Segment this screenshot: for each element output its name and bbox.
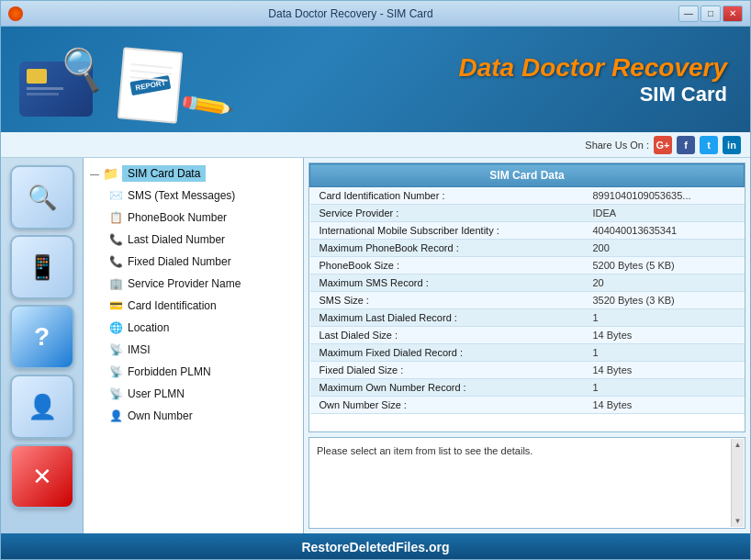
tree-item-sms[interactable]: ✉️ SMS (Text Messages) <box>106 185 298 207</box>
tree-item-user-plmn-label: User PLMN <box>128 387 185 400</box>
scroll-down-arrow[interactable]: ▼ <box>733 515 744 527</box>
tree-root[interactable]: — 📁 SIM Card Data <box>88 162 298 185</box>
table-row: Maximum Own Number Record :1 <box>310 379 745 397</box>
exit-action-button[interactable]: ✕ <box>10 444 74 509</box>
table-cell-field: Own Number Size : <box>310 397 584 414</box>
person-action-button[interactable]: 👤 <box>10 375 74 439</box>
table-cell-value: 200 <box>583 240 744 257</box>
table-cell-value: 8991040109053635... <box>583 187 744 205</box>
table-row: Fixed Dialed Size :14 Bytes <box>310 362 745 379</box>
table-row: SMS Size :3520 Bytes (3 KB) <box>310 292 745 309</box>
header-title-area: Data Doctor Recovery SIM Card <box>458 53 741 106</box>
title-bar-text: Data Doctor Recovery - SIM Card <box>23 7 678 20</box>
app-header: 🔍 REPORT ✏️ Data Doctor Recovery SIM Car… <box>1 27 750 132</box>
table-cell-value: 14 Bytes <box>583 397 744 414</box>
tree-item-service-provider[interactable]: 🏢 Service Provider Name <box>106 273 298 295</box>
right-panel: SIM Card Data Card Identification Number… <box>304 158 750 533</box>
tree-expand-icon[interactable]: — <box>90 169 99 179</box>
table-cell-value: 1 <box>583 309 744 327</box>
tree-item-user-plmn[interactable]: 📡 User PLMN <box>106 383 298 405</box>
app-title-main: Data Doctor Recovery <box>458 53 727 83</box>
table-cell-field: Maximum Own Number Record : <box>310 379 584 397</box>
table-cell-value: 1 <box>583 379 744 397</box>
tree-item-phonebook[interactable]: 📋 PhoneBook Number <box>106 207 298 229</box>
table-cell-field: Maximum Last Dialed Record : <box>310 309 584 327</box>
sms-icon: ✉️ <box>108 188 123 203</box>
table-cell-field: PhoneBook Size : <box>310 257 584 274</box>
table-row: Maximum PhoneBook Record :200 <box>310 240 745 257</box>
share-google-button[interactable]: G+ <box>654 136 672 154</box>
table-cell-value: 404040013635341 <box>583 222 744 240</box>
tree-item-imsi[interactable]: 📡 IMSI <box>106 339 298 361</box>
table-cell-value: IDEA <box>583 205 744 222</box>
window-controls: — □ ✕ <box>678 6 743 22</box>
tree-item-card-id-label: Card Identification <box>128 299 217 312</box>
app-title-sub: SIM Card <box>458 83 727 106</box>
table-row: Maximum SMS Record :20 <box>310 274 745 292</box>
table-row: Maximum Fixed Dialed Record :1 <box>310 344 745 362</box>
table-row: International Mobile Subscriber Identity… <box>310 222 745 240</box>
share-label: Share Us On : <box>585 140 649 151</box>
footer: RestoreDeletedFiles.org <box>1 533 750 560</box>
last-dialed-icon: 📞 <box>108 232 123 247</box>
table-cell-value: 14 Bytes <box>583 327 744 344</box>
table-cell-value: 1 <box>583 344 744 362</box>
left-sidebar: 🔍 📱 ? 👤 ✕ <box>1 158 84 533</box>
table-row: Service Provider :IDEA <box>310 205 745 222</box>
tree-item-own-number[interactable]: 👤 Own Number <box>106 405 298 427</box>
tree-item-forbidden-plmn[interactable]: 📡 Forbidden PLMN <box>106 361 298 383</box>
tree-item-sms-label: SMS (Text Messages) <box>128 189 235 202</box>
footer-text: RestoreDeletedFiles.org <box>301 540 449 554</box>
tree-item-forbidden-plmn-label: Forbidden PLMN <box>128 365 211 378</box>
table-header: SIM Card Data <box>310 164 745 187</box>
table-cell-field: Last Dialed Size : <box>310 327 584 344</box>
data-table: SIM Card Data Card Identification Number… <box>309 163 745 414</box>
table-row: Last Dialed Size :14 Bytes <box>310 327 745 344</box>
table-cell-field: Service Provider : <box>310 205 584 222</box>
phone-action-button[interactable]: 📱 <box>10 235 74 299</box>
tree-item-last-dialed-label: Last Dialed Number <box>128 233 225 246</box>
tree-item-location[interactable]: 🌐 Location <box>106 317 298 339</box>
tree-item-own-number-label: Own Number <box>128 409 193 422</box>
minimize-button[interactable]: — <box>678 6 699 22</box>
share-linkedin-button[interactable]: in <box>723 136 741 154</box>
share-facebook-button[interactable]: f <box>677 136 695 154</box>
location-icon: 🌐 <box>108 320 123 335</box>
close-button[interactable]: ✕ <box>723 6 743 22</box>
data-table-container: SIM Card Data Card Identification Number… <box>308 162 745 432</box>
table-row: Own Number Size :14 Bytes <box>310 397 745 414</box>
table-cell-field: Maximum SMS Record : <box>310 274 584 292</box>
share-twitter-button[interactable]: t <box>700 136 718 154</box>
tree-item-fixed-dialed[interactable]: 📞 Fixed Dialed Number <box>106 251 298 273</box>
own-number-icon: 👤 <box>108 409 123 423</box>
table-cell-field: International Mobile Subscriber Identity… <box>310 222 584 240</box>
maximize-button[interactable]: □ <box>701 6 721 22</box>
table-row: Card Identification Number :899104010905… <box>310 187 745 205</box>
table-cell-field: Maximum Fixed Dialed Record : <box>310 344 584 362</box>
table-row: Maximum Last Dialed Record :1 <box>310 309 745 327</box>
tree-item-fixed-dialed-label: Fixed Dialed Number <box>128 255 231 268</box>
tree-item-last-dialed[interactable]: 📞 Last Dialed Number <box>106 229 298 251</box>
table-cell-field: SMS Size : <box>310 292 584 309</box>
detail-text: Please select an item from list to see t… <box>317 445 532 456</box>
search-action-button[interactable]: 🔍 <box>10 165 74 230</box>
app-icon <box>8 6 23 21</box>
table-cell-field: Maximum PhoneBook Record : <box>310 240 584 257</box>
forbidden-plmn-icon: 📡 <box>108 364 123 379</box>
tree-item-card-id[interactable]: 💳 Card Identification <box>106 295 298 317</box>
table-cell-value: 14 Bytes <box>583 362 744 379</box>
main-content: 🔍 📱 ? 👤 ✕ — 📁 SIM Card Data ✉️ SMS (Text… <box>1 158 750 533</box>
detail-scrollbar[interactable]: ▲ ▼ <box>731 439 744 527</box>
title-bar: Data Doctor Recovery - SIM Card — □ ✕ <box>1 1 750 27</box>
tree-item-imsi-label: IMSI <box>128 343 151 356</box>
tree-panel: — 📁 SIM Card Data ✉️ SMS (Text Messages)… <box>84 158 304 533</box>
share-bar: Share Us On : G+ f t in <box>1 132 750 158</box>
phonebook-icon: 📋 <box>108 210 123 225</box>
tree-children: ✉️ SMS (Text Messages) 📋 PhoneBook Numbe… <box>106 185 298 427</box>
table-cell-value: 20 <box>583 274 744 292</box>
scroll-up-arrow[interactable]: ▲ <box>733 439 744 451</box>
fixed-dialed-icon: 📞 <box>108 254 123 269</box>
tree-item-phonebook-label: PhoneBook Number <box>128 211 227 224</box>
tree-item-location-label: Location <box>128 321 169 334</box>
help-action-button[interactable]: ? <box>10 305 74 369</box>
